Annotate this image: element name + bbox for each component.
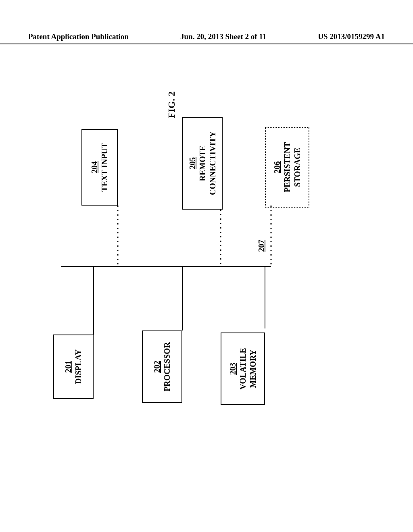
label-processor: PROCESSOR xyxy=(162,342,172,391)
ref-206: 206 xyxy=(272,161,282,173)
box-storage: 206 PERSISTENT STORAGE xyxy=(265,127,309,208)
patent-page: Patent Application Publication Jun. 20, … xyxy=(0,0,413,532)
ref-202: 202 xyxy=(152,361,162,373)
ref-205: 205 xyxy=(188,157,198,169)
box-remote: 205 REMOTE CONNECTIVITY xyxy=(182,117,223,210)
stub-processor xyxy=(182,266,183,330)
ref-203: 203 xyxy=(228,363,238,375)
stub-textinput xyxy=(117,206,119,266)
box-textinput: 204 TEXT INPUT xyxy=(81,129,118,206)
figure-2-diagram: 207 201 DISPLAY 202 PROCESSOR 203 VOLATI… xyxy=(45,81,368,443)
header-right: US 2013/0159299 A1 xyxy=(318,32,385,41)
header-left: Patent Application Publication xyxy=(28,32,129,41)
box-memory: 203 VOLATILE MEMORY xyxy=(221,332,265,405)
stub-display xyxy=(93,266,94,335)
ref-201: 201 xyxy=(63,361,73,373)
box-display: 201 DISPLAY xyxy=(53,335,94,399)
bus-ref-207: 207 xyxy=(257,234,269,258)
label-remote: REMOTE CONNECTIVITY xyxy=(198,131,218,195)
label-display: DISPLAY xyxy=(73,349,83,384)
label-memory: VOLATILE MEMORY xyxy=(238,348,258,390)
bus-line xyxy=(61,266,271,267)
page-header: Patent Application Publication Jun. 20, … xyxy=(0,32,413,44)
box-processor: 202 PROCESSOR xyxy=(142,330,182,403)
stub-storage xyxy=(270,206,272,266)
label-storage: PERSISTENT STORAGE xyxy=(282,142,302,193)
stub-memory xyxy=(265,266,265,328)
header-center: Jun. 20, 2013 Sheet 2 of 11 xyxy=(180,32,266,41)
label-textinput: TEXT INPUT xyxy=(100,143,110,191)
figure-caption: FIG. 2 xyxy=(166,81,182,129)
stub-remote xyxy=(219,210,222,266)
ref-204: 204 xyxy=(90,161,100,173)
